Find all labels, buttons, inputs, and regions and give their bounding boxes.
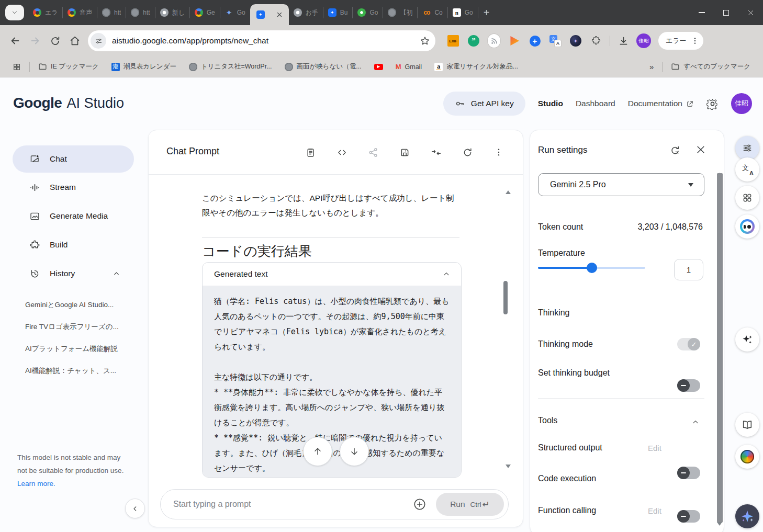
translate-rail-button[interactable]: 文A — [735, 157, 759, 182]
plus-extension-button[interactable]: + — [529, 35, 541, 47]
browser-tab[interactable]: ✦Go — [220, 0, 250, 25]
system-instructions-button[interactable] — [304, 146, 317, 159]
browser-tab[interactable]: お手 — [289, 0, 323, 25]
set-thinking-budget-toggle[interactable] — [677, 379, 700, 392]
new-tab-button[interactable]: + — [484, 7, 490, 19]
gemini-assistant-button[interactable] — [735, 504, 759, 528]
chat-scroll-up[interactable] — [506, 182, 511, 191]
exif-extension-button[interactable]: EXIF — [447, 35, 459, 47]
extensions-menu-button[interactable] — [590, 35, 602, 47]
chat-scrollbar-thumb[interactable] — [503, 281, 508, 314]
thinking-mode-toggle[interactable]: ✓ — [677, 338, 700, 350]
bookmark-amazon-recycle[interactable]: a 家電リサイクル対象品... — [430, 60, 522, 74]
sidebar-item-chat[interactable]: Chat — [13, 145, 134, 173]
bookmarks-overflow-button[interactable]: » — [645, 60, 658, 74]
browser-tab[interactable]: nGo — [448, 0, 478, 25]
bookmark-folder-ie[interactable]: IE ブックマーク — [34, 60, 103, 74]
reload-button[interactable] — [45, 31, 65, 51]
collapse-chevron-icon[interactable] — [113, 270, 120, 278]
code-execution-toggle[interactable] — [677, 510, 700, 523]
chat-more-button[interactable] — [492, 146, 505, 159]
quote-extension-button[interactable]: ” — [467, 35, 480, 47]
browser-tab[interactable]: ✦Bu — [323, 0, 353, 25]
structured-output-toggle[interactable] — [677, 467, 700, 479]
bookmark-star-icon[interactable] — [420, 36, 430, 46]
tab-close-icon[interactable] — [276, 12, 283, 18]
tab-search-button[interactable] — [5, 5, 24, 20]
generated-text-header[interactable]: Generated text — [203, 263, 461, 286]
tools-collapse-button[interactable] — [691, 418, 700, 426]
settings-gear-icon[interactable] — [706, 98, 719, 110]
browser-tab[interactable]: 【初 — [383, 0, 417, 25]
translate-extension-button[interactable]: 文A — [549, 35, 562, 47]
window-close-button[interactable] — [738, 0, 763, 25]
structured-output-edit[interactable]: Edit — [648, 444, 661, 452]
history-item[interactable]: AI機能解説：チャット、ス... — [25, 366, 128, 376]
downloads-button[interactable] — [617, 35, 630, 47]
browser-tab[interactable]: エラ — [28, 0, 62, 25]
browser-tab[interactable]: htt — [97, 0, 126, 25]
chat-scroll-down[interactable] — [506, 468, 511, 478]
home-button[interactable] — [65, 31, 85, 51]
bookmark-trinitas[interactable]: トリニタス社=WordPr... — [185, 60, 276, 74]
browser-tab[interactable]: 音声 — [63, 0, 97, 25]
get-code-button[interactable] — [335, 146, 348, 159]
back-button[interactable] — [5, 31, 25, 51]
history-item[interactable]: AIプラットフォーム機能解説 — [25, 344, 128, 354]
browser-menu-button[interactable]: エラー — [658, 32, 703, 50]
temperature-value-input[interactable]: 1 — [674, 259, 703, 280]
browser-tab[interactable]: Go — [353, 0, 383, 25]
site-info-button[interactable] — [91, 33, 106, 49]
refresh-button[interactable] — [461, 146, 474, 159]
share-button[interactable] — [367, 146, 379, 159]
settings-scroll-up[interactable] — [717, 164, 722, 173]
address-bar[interactable]: aistudio.google.com/app/prompts/new_chat — [88, 30, 435, 51]
browser-tab[interactable]: Ge — [190, 0, 220, 25]
settings-scroll-down[interactable] — [717, 526, 722, 532]
prompt-input[interactable]: Start typing a prompt Run Ctrl↵ — [160, 489, 509, 519]
assistant-rail-button[interactable] — [735, 214, 759, 239]
nav-dashboard[interactable]: Dashboard — [576, 99, 615, 108]
save-button[interactable] — [398, 146, 411, 159]
aistudio-logo[interactable]: Google AI Studio — [13, 95, 124, 111]
learn-more-link[interactable]: Learn more. — [17, 480, 55, 488]
window-minimize-button[interactable] — [689, 0, 714, 25]
run-settings-rail-button[interactable] — [735, 136, 759, 160]
compare-button[interactable] — [430, 146, 442, 159]
rss-extension-button[interactable] — [488, 35, 500, 47]
nav-studio[interactable]: Studio — [538, 99, 563, 108]
get-api-key-button[interactable]: Get API key — [443, 92, 525, 116]
window-maximize-button[interactable] — [714, 0, 738, 25]
account-avatar[interactable]: 佳昭 — [731, 93, 752, 114]
bookmark-screen-issue[interactable]: 画面が映らない（電... — [280, 60, 366, 74]
history-item[interactable]: Fire TVロゴ表示フリーズの... — [25, 322, 128, 332]
sphere-extension-button[interactable]: ✦ — [569, 35, 582, 47]
browser-tab[interactable]: coCo — [418, 0, 447, 25]
bookmark-gmail[interactable]: M Gmail — [391, 60, 427, 74]
sidebar-item-history[interactable]: History — [13, 260, 134, 287]
history-item[interactable]: GeminiとGoogle AI Studio... — [25, 300, 128, 310]
reading-mode-rail-button[interactable] — [735, 413, 759, 437]
colorful-sphere-rail-button[interactable] — [735, 445, 759, 469]
all-bookmarks-button[interactable]: すべてのブックマーク — [667, 60, 755, 74]
reset-settings-button[interactable] — [669, 145, 681, 156]
sidebar-item-build[interactable]: Build — [13, 231, 134, 258]
nav-documentation[interactable]: Documentation — [628, 99, 694, 108]
function-calling-edit[interactable]: Edit — [648, 506, 661, 515]
sidebar-item-generate-media[interactable]: Generate Media — [13, 202, 134, 230]
settings-scrollbar-thumb[interactable] — [717, 173, 723, 523]
browser-tab[interactable]: htt — [126, 0, 154, 25]
play-extension-button[interactable] — [508, 35, 521, 47]
add-media-button[interactable] — [413, 497, 427, 511]
bookmark-youtube[interactable] — [370, 60, 387, 74]
prompt-text[interactable]: このシミュレーションでは、API呼び出しはすべて成功し、レート制限やその他のエラ… — [202, 191, 456, 220]
temperature-slider-thumb[interactable] — [587, 263, 597, 273]
bookmark-tide-calendar[interactable]: 潮 潮見表カレンダー — [107, 60, 181, 74]
model-selector[interactable]: Gemini 2.5 Pro — [538, 173, 704, 196]
run-button[interactable]: Run Ctrl↵ — [436, 493, 504, 516]
forward-button[interactable] — [25, 31, 45, 51]
sparkle-rail-button[interactable] — [735, 327, 759, 352]
browser-tab[interactable]: 新し — [155, 0, 189, 25]
apps-rail-button[interactable] — [735, 186, 759, 210]
close-run-settings-button[interactable] — [695, 144, 706, 157]
